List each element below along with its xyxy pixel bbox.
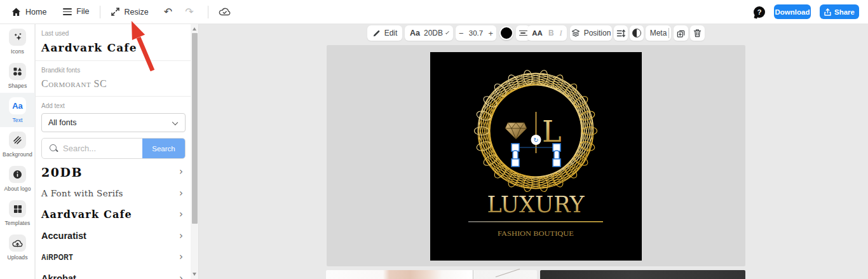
font-list-item[interactable]: Akrobat › [36,268,191,279]
sidebar-item-shapes[interactable]: Shapes [0,58,35,93]
panel-scrollbar[interactable] [191,24,198,279]
sidebar-label: Icons [11,48,24,55]
resize-handle-bottom-left[interactable] [512,159,519,167]
font-list-item[interactable]: A Font with Serifs › [36,183,191,205]
top-toolbar: Home File Resize ↶ ↷ ? [0,0,868,24]
font-filter-value: All fonts [48,118,76,127]
text-color-picker[interactable] [499,26,513,40]
chevron-right-icon: › [179,167,183,177]
bold-button[interactable]: B [548,29,554,37]
uppercase-button[interactable]: AA [532,29,543,37]
font-list-item[interactable]: Accuratist › [36,226,191,247]
home-icon [11,8,21,17]
file-menu-icon [63,7,72,17]
icons-icon [9,29,26,46]
duplicate-button[interactable] [674,25,688,41]
toolbar-divider [668,28,669,38]
sidebar-item-about-logo[interactable]: About logo [0,161,35,196]
sidebar-label: Uploads [7,254,27,261]
font-list-item[interactable]: Aardvark Cafe › [36,204,191,226]
increase-size-button[interactable]: + [487,29,494,38]
scroll-up-arrow[interactable] [193,27,196,31]
add-text-section: Add text All fonts Search 20DB › [36,97,191,279]
sidebar-item-uploads[interactable]: Uploads [0,230,35,264]
share-button[interactable]: Share [820,4,859,19]
sidebar-item-templates[interactable]: Templates [0,196,35,230]
spacing-icon [616,29,625,37]
search-icon [50,144,58,153]
delete-button[interactable] [690,25,705,41]
page-thumbnail-light[interactable] [326,270,537,279]
resize-icon [111,7,120,17]
italic-button[interactable]: I [560,29,562,38]
font-list-item[interactable]: AiRPORT › [36,247,191,268]
opacity-button[interactable] [630,25,644,41]
position-button[interactable]: Position [570,25,612,41]
edit-button[interactable]: Edit [367,25,402,41]
brandkit-font[interactable]: Cormorant SC [41,78,186,90]
toolbar-right-group: ? Download Share [754,4,868,19]
resize-handle-bottom-right[interactable] [553,159,560,167]
font-search-box: Search [41,138,186,159]
sidebar-label: Shapes [8,83,27,89]
chevron-right-icon: › [179,252,183,262]
background-icon [9,132,26,149]
position-label: Position [584,29,611,37]
diamond-icon[interactable] [505,123,527,139]
share-icon [824,8,831,16]
font-filter-select[interactable]: All fonts [41,113,186,132]
sidebar-item-icons[interactable]: Icons [0,24,35,58]
last-used-label: Last used [41,30,186,37]
logo-canvas[interactable]: L ↻ LUXURY FASHION BOUTIQUE [430,52,642,261]
font-name: Aardvark Cafe [41,208,132,221]
uploads-icon [9,235,26,252]
scroll-down-arrow[interactable] [193,273,196,276]
chevron-right-icon: › [179,231,183,241]
last-used-font[interactable]: Aardvark Cafe [41,41,186,54]
chevron-right-icon: › [179,274,183,279]
logo-title[interactable]: LUXURY [487,192,585,217]
sidebar-item-background[interactable]: Background [0,127,35,161]
search-input[interactable] [63,144,142,153]
font-size-stepper: − 30.7 + [456,25,496,41]
resize-button[interactable]: Resize [111,7,149,17]
font-list-item[interactable]: 20DB › [36,161,191,183]
scrollbar-thumb[interactable] [192,33,198,224]
add-text-label: Add text [36,102,191,109]
sidebar-label: About logo [4,186,31,192]
thumbnail-pencil-shape [495,269,519,277]
download-button[interactable]: Download [774,4,811,19]
sidebar-label: Templates [4,220,30,226]
home-button[interactable]: Home [11,8,46,17]
sidebar-label: Text [12,117,22,123]
toolbar-left-group: Home File Resize ↶ ↷ [0,6,231,18]
logo-divider-rule[interactable] [468,221,603,222]
page-thumbnail-dark[interactable] [540,270,745,279]
text-panel: Last used Aardvark Cafe Brandkit fonts C… [36,24,199,279]
chevron-right-icon: › [179,210,183,219]
logo-subtitle[interactable]: FASHION BOUTIQUE [498,231,574,237]
cloud-sync-icon[interactable] [219,7,231,17]
toolbar-divider [208,6,208,18]
font-name: Accuratist [41,231,86,241]
undo-button[interactable]: ↶ [160,7,176,17]
sidebar-label: Background [3,151,32,158]
chevron-down-icon [445,31,449,34]
search-button[interactable]: Search [142,138,185,159]
brandkit-label: Brandkit fonts [41,67,186,74]
redo-button[interactable]: ↷ [181,7,197,17]
current-font-name: 20DB [423,29,444,37]
chevron-right-icon: › [179,189,183,198]
meta-button[interactable]: Meta [646,25,671,41]
letter-spacing-button[interactable] [614,25,628,41]
help-button[interactable]: ? [754,6,765,18]
decrease-size-button[interactable]: − [458,29,465,38]
file-menu-button[interactable]: File [63,7,89,17]
font-family-dropdown[interactable]: Aa 20DB [405,25,453,41]
download-label: Download [775,8,810,16]
resize-label: Resize [125,8,149,17]
sidebar-item-text[interactable]: Aa Text [0,93,35,127]
file-label: File [76,7,89,16]
contrast-icon [632,29,641,37]
pencil-icon [372,29,381,37]
